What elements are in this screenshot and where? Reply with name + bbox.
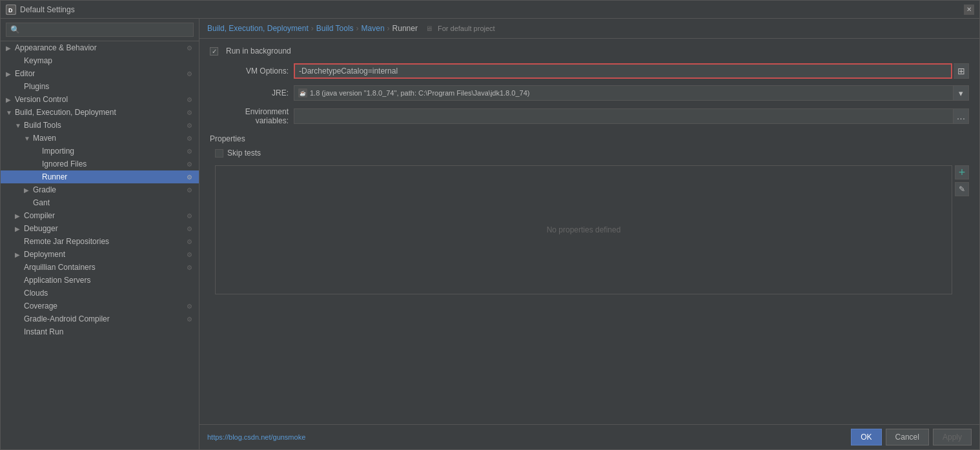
breadcrumb-icon: 🖥 bbox=[425, 25, 433, 32]
sidebar-item-remote-jar[interactable]: Remote Jar Repositories ⚙ bbox=[1, 235, 199, 248]
sidebar-item-appearance[interactable]: ▶ Appearance & Behavior ⚙ bbox=[1, 41, 199, 54]
sidebar-item-label-gradle: Gradle bbox=[33, 185, 56, 194]
expand-arrow-vc: ▶ bbox=[6, 96, 15, 103]
breadcrumb-sep-2: › bbox=[356, 24, 359, 33]
ok-button[interactable]: OK bbox=[851, 429, 881, 445]
settings-icon-runner: ⚙ bbox=[185, 172, 194, 181]
sidebar-item-keymap[interactable]: Keymap bbox=[1, 54, 199, 67]
settings-icon-deployment: ⚙ bbox=[185, 250, 194, 259]
properties-content: No properties defined bbox=[215, 165, 952, 294]
run-in-background-checkbox[interactable]: ✓ bbox=[210, 47, 218, 56]
sidebar-item-gradle-android[interactable]: Gradle-Android Compiler ⚙ bbox=[1, 312, 199, 325]
sidebar-item-ignored-files[interactable]: Ignored Files ⚙ bbox=[1, 158, 199, 170]
checkmark: ✓ bbox=[212, 48, 217, 55]
sidebar-item-runner[interactable]: Runner ⚙ bbox=[1, 170, 199, 183]
settings-icon-vc: ⚙ bbox=[185, 95, 194, 104]
vm-options-input[interactable] bbox=[294, 63, 952, 79]
sidebar-item-build-execution[interactable]: ▼ Build, Execution, Deployment ⚙ bbox=[1, 106, 199, 119]
settings-icon-editor: ⚙ bbox=[185, 69, 194, 78]
settings-icon-maven: ⚙ bbox=[185, 134, 194, 143]
expand-arrow-editor: ▶ bbox=[6, 70, 15, 77]
sidebar-item-importing[interactable]: Importing ⚙ bbox=[1, 145, 199, 158]
sidebar-item-arquillian[interactable]: Arquillian Containers ⚙ bbox=[1, 261, 199, 274]
settings-icon-importing: ⚙ bbox=[185, 147, 194, 156]
jre-value: ☕ 1.8 (java version "1.8.0_74", path: C:… bbox=[294, 85, 954, 101]
expand-arrow-compiler: ▶ bbox=[15, 212, 24, 220]
edit-property-button[interactable]: ✎ bbox=[955, 182, 969, 196]
jre-icon: ☕ bbox=[298, 88, 307, 97]
search-input[interactable] bbox=[6, 23, 194, 37]
vm-options-expand-button[interactable]: ⊞ bbox=[954, 63, 969, 79]
expand-arrow-bt: ▼ bbox=[15, 122, 24, 129]
sidebar-item-coverage[interactable]: Coverage ⚙ bbox=[1, 300, 199, 312]
sidebar-item-build-tools[interactable]: ▼ Build Tools ⚙ bbox=[1, 119, 199, 132]
settings-icon-debugger: ⚙ bbox=[185, 224, 194, 233]
form-area: ✓ Run in background VM Options: ⊞ JRE: bbox=[199, 39, 979, 424]
breadcrumb-note: For default project bbox=[438, 25, 495, 32]
properties-section-title: Properties bbox=[210, 134, 969, 143]
sidebar-item-maven[interactable]: ▼ Maven ⚙ bbox=[1, 132, 199, 145]
jre-label: JRE: bbox=[210, 88, 294, 97]
title-bar: D Default Settings ✕ bbox=[1, 1, 979, 19]
settings-icon-ga: ⚙ bbox=[185, 314, 194, 323]
search-box bbox=[1, 19, 199, 41]
sidebar-item-instant-run[interactable]: Instant Run bbox=[1, 325, 199, 338]
cancel-button[interactable]: Cancel bbox=[886, 429, 929, 445]
settings-icon-bt: ⚙ bbox=[185, 121, 194, 130]
sidebar-item-editor[interactable]: ▶ Editor ⚙ bbox=[1, 67, 199, 80]
sidebar-item-label-runner: Runner bbox=[42, 172, 67, 181]
sidebar-item-deployment[interactable]: ▶ Deployment ⚙ bbox=[1, 248, 199, 261]
right-panel: Build, Execution, Deployment › Build Too… bbox=[199, 19, 979, 449]
sidebar-item-label-app-servers: Application Servers bbox=[24, 276, 90, 285]
sidebar-item-debugger[interactable]: ▶ Debugger ⚙ bbox=[1, 222, 199, 235]
jre-dropdown-button[interactable]: ▾ bbox=[954, 85, 969, 101]
apply-button[interactable]: Apply bbox=[933, 429, 972, 445]
breadcrumb-maven[interactable]: Maven bbox=[362, 24, 385, 33]
env-variables-button[interactable]: … bbox=[954, 108, 969, 124]
sidebar-item-label-importing: Importing bbox=[42, 147, 74, 156]
sidebar-item-version-control[interactable]: ▶ Version Control ⚙ bbox=[1, 93, 199, 106]
sidebar-item-clouds[interactable]: Clouds bbox=[1, 287, 199, 300]
sidebar-item-label-arquillian: Arquillian Containers bbox=[24, 263, 96, 272]
breadcrumb-build[interactable]: Build, Execution, Deployment bbox=[207, 24, 309, 33]
footer-link[interactable]: https://blog.csdn.net/gunsmoke bbox=[207, 433, 305, 441]
settings-icon-appearance: ⚙ bbox=[185, 43, 194, 52]
sidebar-item-app-servers[interactable]: Application Servers bbox=[1, 274, 199, 287]
window-title: Default Settings bbox=[20, 5, 964, 14]
sidebar-item-gradle[interactable]: ▶ Gradle ⚙ bbox=[1, 183, 199, 196]
vm-options-row: VM Options: ⊞ bbox=[210, 63, 969, 79]
run-in-background-row: ✓ Run in background bbox=[210, 46, 969, 56]
settings-icon-build: ⚙ bbox=[185, 108, 194, 117]
app-icon: D bbox=[6, 5, 16, 15]
sidebar-item-label-keymap: Keymap bbox=[24, 56, 52, 65]
breadcrumb-build-tools[interactable]: Build Tools bbox=[316, 24, 354, 33]
skip-tests-label: Skip tests bbox=[227, 148, 261, 158]
expand-arrow-maven: ▼ bbox=[24, 135, 33, 142]
properties-section: Properties Skip tests No properties defi… bbox=[210, 132, 969, 294]
sidebar-item-plugins[interactable]: Plugins bbox=[1, 80, 199, 93]
add-property-button[interactable]: + bbox=[955, 165, 969, 179]
svg-text:☕: ☕ bbox=[300, 90, 306, 96]
skip-tests-checkbox[interactable] bbox=[215, 149, 223, 158]
no-properties-text: No properties defined bbox=[547, 225, 621, 234]
env-variables-input[interactable] bbox=[294, 108, 954, 124]
vm-options-label: VM Options: bbox=[210, 66, 294, 76]
sidebar-item-label-compiler: Compiler bbox=[24, 211, 55, 220]
sidebar-item-label-remote-jar: Remote Jar Repositories bbox=[24, 237, 109, 246]
sidebar-item-label-ignored: Ignored Files bbox=[42, 159, 87, 169]
sidebar-item-compiler[interactable]: ▶ Compiler ⚙ bbox=[1, 209, 199, 222]
sidebar: ▶ Appearance & Behavior ⚙ Keymap ▶ Edito… bbox=[1, 19, 199, 449]
jre-row: JRE: ☕ 1.8 (java version "1.8.0_74", pat… bbox=[210, 85, 969, 101]
sidebar-item-label-gant: Gant bbox=[33, 198, 50, 207]
close-button[interactable]: ✕ bbox=[964, 5, 974, 15]
sidebar-item-gant[interactable]: Gant bbox=[1, 196, 199, 209]
settings-icon-ignored: ⚙ bbox=[185, 159, 194, 169]
title-bar-controls: ✕ bbox=[964, 5, 974, 15]
jre-display: 1.8 (java version "1.8.0_74", path: C:\P… bbox=[310, 89, 529, 97]
footer: https://blog.csdn.net/gunsmoke OK Cancel… bbox=[199, 424, 979, 449]
sidebar-item-label-bt: Build Tools bbox=[24, 121, 61, 130]
sidebar-item-label-ir: Instant Run bbox=[24, 327, 63, 336]
sidebar-item-label-deployment: Deployment bbox=[24, 250, 65, 259]
settings-icon-arquillian: ⚙ bbox=[185, 263, 194, 272]
settings-icon-compiler: ⚙ bbox=[185, 211, 194, 220]
